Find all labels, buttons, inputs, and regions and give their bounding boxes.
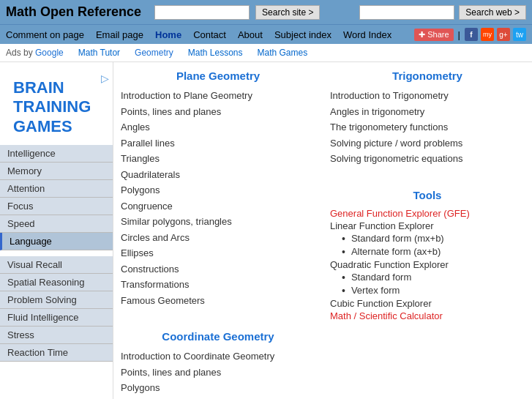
nav-contact[interactable]: Contact <box>193 29 226 40</box>
pg-link-3[interactable]: Parallel lines <box>121 135 315 152</box>
tools-link-8[interactable]: Math / Scientific Calculator <box>330 310 525 322</box>
trig-link-4[interactable]: Solving trigonometric equations <box>330 151 525 167</box>
pg-link-4[interactable]: Triangles <box>121 151 315 167</box>
ads-link-1[interactable]: Geometry <box>135 48 173 58</box>
sidebar-item-attention[interactable]: Attention <box>0 180 113 198</box>
nav-home[interactable]: Home <box>155 29 181 40</box>
sidebar-section-1: Intelligence Memory Attention Focus Spee… <box>0 145 113 250</box>
trig-link-0[interactable]: Introduction to Trigonometry <box>330 88 525 104</box>
sidebar-item-problem-solving[interactable]: Problem Solving <box>0 291 113 309</box>
tools-bullet-5: Standard form <box>330 271 525 284</box>
search-web-input[interactable] <box>359 5 454 20</box>
sidebar-item-focus[interactable]: Focus <box>0 198 113 215</box>
sidebar-item-intelligence[interactable]: Intelligence <box>0 145 113 163</box>
trigonometry-section: Trigonometry Introduction to Trigonometr… <box>330 70 525 167</box>
ads-bar: Ads by Google Math Tutor Geometry Math L… <box>0 44 532 62</box>
tools-list: General Function Explorer (GFE)Linear Fu… <box>330 207 525 322</box>
tools-bullet-2: Standard form (mx+b) <box>330 232 525 245</box>
pg-link-13[interactable]: Famous Geometers <box>121 293 315 309</box>
cg-link-1[interactable]: Points, lines and planes <box>121 365 315 381</box>
site-title: Math Open Reference <box>6 4 141 20</box>
tools-link-0[interactable]: General Function Explorer (GFE) <box>330 207 525 220</box>
main: BRAINTRAININGGAMES ▷ Intelligence Memory… <box>0 62 532 399</box>
sidebar-item-stress[interactable]: Stress <box>0 327 113 344</box>
twitter-icon[interactable]: tw <box>513 28 526 41</box>
sidebar-item-speed[interactable]: Speed <box>0 215 113 233</box>
search-site-button[interactable]: Search site > <box>255 5 320 20</box>
share-button[interactable]: ✚ Share <box>414 29 453 41</box>
ads-link-0[interactable]: Math Tutor <box>78 48 120 58</box>
ads-by-label: Ads by Google <box>6 48 64 58</box>
trig-link-3[interactable]: Solving picture / word problems <box>330 135 525 152</box>
sidebar-item-fluid-intelligence[interactable]: Fluid Intelligence <box>0 309 113 327</box>
sidebar: BRAINTRAININGGAMES ▷ Intelligence Memory… <box>0 62 113 399</box>
navbar: Comment on page Email page Home Contact … <box>0 24 532 44</box>
pg-link-5[interactable]: Quadrilaterals <box>121 167 315 183</box>
pg-link-0[interactable]: Introduction to Plane Geometry <box>121 88 315 104</box>
pg-link-11[interactable]: Constructions <box>121 261 315 277</box>
right-column: Trigonometry Introduction to Trigonometr… <box>330 70 525 399</box>
nav-about[interactable]: About <box>238 29 263 40</box>
sidebar-item-visual-recall[interactable]: Visual Recall <box>0 256 113 274</box>
cg-link-2[interactable]: Polygons <box>121 380 315 396</box>
sidebar-item-reaction-time[interactable]: Reaction Time <box>0 344 113 362</box>
search-web-button[interactable]: Search web > <box>459 5 526 20</box>
tools-text-7: Cubic Function Explorer <box>330 297 525 310</box>
pg-link-1[interactable]: Points, lines and planes <box>121 104 315 120</box>
sidebar-item-memory[interactable]: Memory <box>0 163 113 180</box>
cg-link-0[interactable]: Introduction to Coordinate Geometry <box>121 348 315 365</box>
nav-word[interactable]: Word Index <box>343 29 391 40</box>
nav-email[interactable]: Email page <box>96 29 143 40</box>
pg-link-7[interactable]: Congruence <box>121 198 315 215</box>
nav-comment[interactable]: Comment on page <box>6 29 84 40</box>
ads-link-2[interactable]: Math Lessons <box>188 48 243 58</box>
pg-link-6[interactable]: Polygons <box>121 182 315 198</box>
myspace-icon[interactable]: my <box>481 28 494 41</box>
ads-link-3[interactable]: Math Games <box>258 48 308 58</box>
search-site-input[interactable] <box>154 5 250 20</box>
tools-bullet-6: Vertex form <box>330 284 525 297</box>
nav-subject[interactable]: Subject index <box>274 29 331 40</box>
trigonometry-title: Trigonometry <box>330 70 525 82</box>
nav-share: ✚ Share | f my g+ tw <box>414 28 526 41</box>
tools-section: Tools General Function Explorer (GFE)Lin… <box>330 189 525 322</box>
header: Math Open Reference Search site > Search… <box>0 0 532 24</box>
googleplus-icon[interactable]: g+ <box>497 28 510 41</box>
pg-link-9[interactable]: Circles and Arcs <box>121 230 315 246</box>
pg-link-2[interactable]: Angles <box>121 119 315 135</box>
coordinate-geometry-title: Coordinate Geometry <box>121 330 315 343</box>
sidebar-item-spatial-reasoning[interactable]: Spatial Reasoning <box>0 274 113 291</box>
tools-title: Tools <box>330 189 525 201</box>
sidebar-item-language[interactable]: Language <box>0 233 113 250</box>
content: Plane Geometry Introduction to Plane Geo… <box>113 62 532 399</box>
play-icon[interactable]: ▷ <box>101 72 109 84</box>
header-right: Search web > <box>359 5 526 20</box>
pg-link-10[interactable]: Ellipses <box>121 245 315 261</box>
pg-link-12[interactable]: Transformations <box>121 277 315 293</box>
plane-geometry-title: Plane Geometry <box>121 70 315 82</box>
facebook-icon[interactable]: f <box>465 28 478 41</box>
trig-link-2[interactable]: The trigonometery functions <box>330 119 525 135</box>
left-column: Plane Geometry Introduction to Plane Geo… <box>121 70 315 399</box>
tools-text-1: Linear Function Explorer <box>330 220 525 232</box>
sidebar-section-2: Visual Recall Spatial Reasoning Problem … <box>0 256 113 362</box>
trig-link-1[interactable]: Angles in trigonometry <box>330 104 525 120</box>
tools-text-4: Quadratic Function Explorer <box>330 258 525 271</box>
tools-bullet-3: Alternate form (ax+b) <box>330 245 525 258</box>
plane-geometry-section: Plane Geometry Introduction to Plane Geo… <box>121 70 315 308</box>
brain-training-title: BRAINTRAININGGAMES <box>6 72 98 145</box>
pg-link-8[interactable]: Similar polygons, triangles <box>121 214 315 230</box>
coordinate-geometry-section: Coordinate Geometry Introduction to Coor… <box>121 330 315 396</box>
